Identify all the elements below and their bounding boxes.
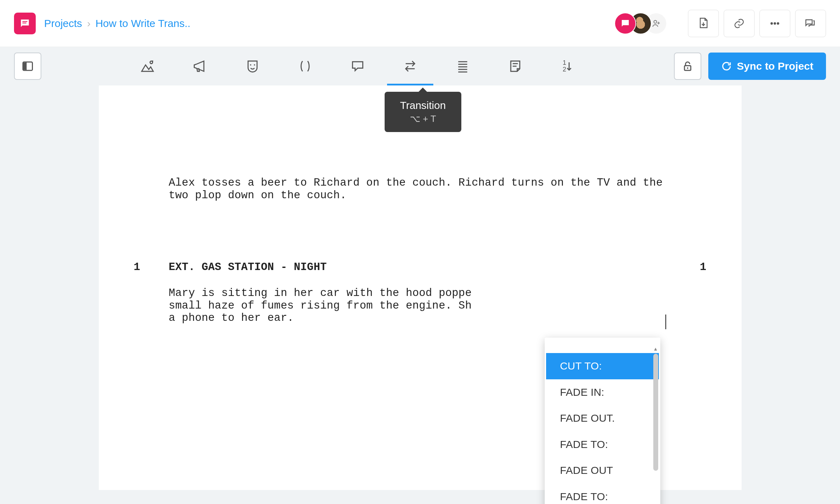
text-cursor bbox=[665, 315, 666, 329]
scene-heading-row[interactable]: 1 EXT. GAS STATION - NIGHT 1 bbox=[169, 261, 672, 274]
character-button[interactable] bbox=[242, 56, 263, 77]
scene-number-right: 1 bbox=[700, 261, 707, 274]
list-numbered-icon: 12 bbox=[560, 58, 576, 74]
chat-bubble-icon bbox=[19, 18, 31, 29]
sync-button-label: Sync to Project bbox=[737, 60, 813, 72]
export-pdf-button[interactable] bbox=[688, 10, 719, 37]
collaborator-avatars bbox=[614, 13, 667, 34]
speech-bubble-icon bbox=[350, 58, 365, 74]
scene-number-left: 1 bbox=[134, 261, 140, 274]
transition-option-fade-to-2[interactable]: FADE TO: bbox=[546, 484, 659, 504]
refresh-icon bbox=[721, 61, 732, 72]
share-link-button[interactable] bbox=[724, 10, 755, 37]
svg-point-8 bbox=[152, 61, 153, 62]
landscape-icon bbox=[140, 58, 155, 74]
tooltip-shortcut: ⌥ + T bbox=[400, 113, 446, 124]
dropdown-scrollbar[interactable] bbox=[653, 354, 658, 471]
script-page[interactable]: Alex tosses a beer to Richard on the cou… bbox=[99, 85, 742, 490]
transition-option-fade-out[interactable]: FADE OUT bbox=[546, 457, 659, 484]
app-logo[interactable] bbox=[14, 13, 36, 34]
note-icon bbox=[508, 58, 523, 74]
breadcrumb: Projects › How to Write Trans.. bbox=[44, 18, 191, 29]
action-text[interactable]: Alex tosses a beer to Richard on the cou… bbox=[169, 177, 672, 201]
svg-text:2: 2 bbox=[563, 65, 566, 73]
note-button[interactable] bbox=[505, 56, 526, 77]
breadcrumb-current[interactable]: How to Write Trans.. bbox=[95, 18, 190, 29]
action-text-2[interactable]: Mary is sitting in her car with the hood… bbox=[169, 287, 672, 324]
more-horizontal-icon bbox=[769, 17, 781, 30]
toggle-sidebar-button[interactable] bbox=[14, 53, 41, 80]
chat-bubble-icon bbox=[620, 18, 631, 29]
numbering-button[interactable]: 12 bbox=[557, 56, 578, 77]
chevron-right-icon: › bbox=[87, 18, 90, 29]
svg-point-0 bbox=[654, 20, 657, 23]
megaphone-icon bbox=[192, 58, 208, 74]
format-toolbar: 12 Sync to Project bbox=[0, 47, 840, 85]
dialogue-button[interactable] bbox=[347, 56, 368, 77]
lock-button[interactable] bbox=[674, 53, 701, 80]
parentheses-icon bbox=[297, 58, 313, 74]
mask-icon bbox=[245, 58, 260, 74]
scene-heading-button[interactable] bbox=[137, 56, 158, 77]
file-download-icon bbox=[697, 17, 710, 30]
shot-button[interactable] bbox=[452, 56, 473, 77]
svg-point-3 bbox=[777, 22, 779, 24]
parenthetical-button[interactable] bbox=[295, 56, 316, 77]
sync-to-project-button[interactable]: Sync to Project bbox=[708, 53, 826, 80]
transition-option-cut-to[interactable]: CUT TO: bbox=[546, 353, 659, 379]
lines-icon bbox=[455, 58, 470, 74]
transition-tooltip: Transition ⌥ + T bbox=[385, 92, 461, 132]
tooltip-title: Transition bbox=[400, 99, 446, 111]
transition-option-fade-to[interactable]: FADE TO: bbox=[546, 431, 659, 458]
element-type-icons: 12 bbox=[137, 56, 578, 77]
header-actions bbox=[688, 10, 826, 37]
avatar-comments[interactable] bbox=[614, 13, 636, 34]
comments-button[interactable] bbox=[795, 10, 826, 37]
arrows-swap-icon bbox=[402, 58, 418, 74]
chat-bubbles-icon bbox=[804, 17, 817, 30]
link-icon bbox=[733, 17, 745, 30]
add-user-icon bbox=[651, 19, 661, 28]
svg-point-10 bbox=[254, 64, 255, 66]
document-area: Alex tosses a beer to Richard on the cou… bbox=[0, 85, 840, 504]
svg-point-1 bbox=[771, 22, 773, 24]
svg-rect-6 bbox=[23, 63, 26, 70]
lock-open-icon bbox=[681, 60, 694, 73]
transition-option-fade-out-period[interactable]: FADE OUT. bbox=[546, 405, 659, 431]
more-options-button[interactable] bbox=[759, 10, 790, 37]
scroll-up-icon[interactable]: ▲ bbox=[653, 346, 658, 352]
svg-point-9 bbox=[250, 64, 251, 66]
transition-button[interactable] bbox=[400, 56, 421, 77]
app-header: Projects › How to Write Trans.. bbox=[0, 0, 840, 47]
panel-left-icon bbox=[21, 60, 34, 73]
transition-option-fade-in[interactable]: FADE IN: bbox=[546, 379, 659, 406]
action-button[interactable] bbox=[190, 56, 211, 77]
transition-dropdown[interactable]: ▲ CUT TO: FADE IN: FADE OUT. FADE TO: FA… bbox=[545, 338, 660, 504]
svg-point-2 bbox=[774, 22, 776, 24]
breadcrumb-root[interactable]: Projects bbox=[44, 18, 82, 29]
scene-heading-text[interactable]: EXT. GAS STATION - NIGHT bbox=[169, 261, 327, 274]
